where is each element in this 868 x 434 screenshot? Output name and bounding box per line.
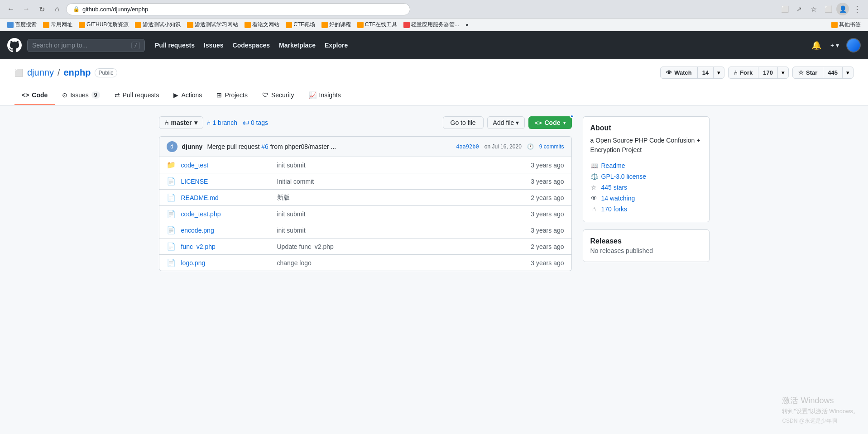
nav-explore[interactable]: Explore (320, 39, 352, 52)
file-area: ⑃ master ▾ ⑃ 1 branch 🏷 0 tags Go to fil… (159, 116, 572, 271)
tab-issues[interactable]: ⊙ Issues 9 (55, 86, 107, 105)
watch-dropdown-button[interactable]: ▾ (713, 67, 724, 78)
watch-button[interactable]: 👁 Watch (661, 67, 697, 78)
bookmark-light[interactable]: 轻量应用服务器管... (401, 20, 462, 29)
refresh-button[interactable]: ↻ (35, 3, 48, 15)
about-title: About (590, 124, 702, 132)
star-dropdown-button[interactable]: ▾ (842, 67, 853, 78)
address-bar[interactable]: 🔒 github.com/djunny/enphp (66, 3, 410, 15)
search-bar[interactable]: Search or jump to... / (27, 39, 145, 52)
bookmark-ctf2[interactable]: CTF在线工具 (355, 20, 400, 29)
watch-count-button[interactable]: 14 (697, 67, 713, 78)
nav-codespaces[interactable]: Codespaces (228, 39, 274, 52)
star-group: ☆ Star 445 ▾ (792, 67, 854, 79)
code-dropdown-icon: ▾ (563, 120, 566, 125)
forward-button[interactable]: → (20, 3, 33, 15)
file-name-link[interactable]: logo.png (181, 259, 272, 267)
star-button[interactable]: ☆ Star (793, 67, 823, 78)
profile-button[interactable]: 👤 (836, 3, 849, 15)
extensions-button[interactable]: ⬜ (822, 3, 834, 15)
bookmark-paper[interactable]: 看论文网站 (242, 20, 282, 29)
stars-link[interactable]: 445 stars (601, 184, 628, 191)
repo-slash: / (58, 67, 60, 78)
actions-tab-icon: ▶ (173, 91, 178, 99)
file-icon: 📄 (167, 177, 176, 186)
about-section: About a Open Source PHP Code Confusion +… (583, 116, 710, 222)
fork-count-button[interactable]: 170 (758, 67, 777, 78)
branch-selector[interactable]: ⑃ master ▾ (159, 116, 204, 129)
nav-marketplace[interactable]: Marketplace (274, 39, 320, 52)
commit-hash-link[interactable]: 4aa92b0 (456, 143, 479, 150)
repo-name-link[interactable]: enphp (64, 67, 91, 78)
repo-owner-link[interactable]: djunny (27, 67, 54, 78)
commits-count-link[interactable]: 9 commits (539, 143, 564, 150)
repo-title-row: ⬜ djunny / enphp Public 👁 Watch 14 ▾ ⑃ F… (14, 67, 854, 79)
github-logo[interactable] (7, 38, 22, 52)
nav-issues[interactable]: Issues (199, 39, 228, 52)
file-age: 3 years ago (531, 178, 564, 185)
file-row: 📁 code_test init submit 3 years ago (159, 157, 571, 173)
bookmark-course[interactable]: 好的课程 (319, 20, 354, 29)
home-button[interactable]: ⌂ (51, 3, 63, 15)
screenshot-button[interactable]: ⬜ (778, 3, 791, 15)
file-name-link[interactable]: code_test.php (181, 210, 272, 218)
bookmark-ctf1[interactable]: CTF靶场 (283, 20, 317, 29)
code-button-icon: <> (535, 119, 542, 126)
tab-insights[interactable]: 📈 Insights (302, 86, 348, 105)
goto-file-button[interactable]: Go to file (443, 116, 484, 129)
bookmark-other[interactable]: 其他书签 (829, 20, 863, 29)
avatar[interactable] (846, 38, 861, 52)
commit-message: Merge pull request #6 from phper08/maste… (207, 143, 336, 150)
file-name-link[interactable]: encode.png (181, 227, 272, 234)
search-kbd: / (131, 42, 140, 49)
branch-count-link[interactable]: ⑃ 1 branch (207, 119, 237, 126)
notifications-button[interactable]: 🔔 (810, 38, 823, 52)
tab-security[interactable]: 🛡 Security (255, 86, 302, 105)
bookmark-more[interactable]: » (463, 21, 471, 29)
share-button[interactable]: ↗ (793, 3, 806, 15)
readme-link[interactable]: Readme (601, 162, 625, 169)
file-age: 3 years ago (531, 210, 564, 218)
file-commit-msg: 新版 (277, 194, 526, 202)
commit-pr-link[interactable]: #6 (261, 143, 269, 150)
forks-icon: ⑃ (590, 205, 598, 213)
eye-icon: 👁 (666, 69, 672, 76)
new-button[interactable]: + ▾ (829, 40, 841, 51)
forks-link[interactable]: 170 forks (601, 205, 628, 213)
file-name-link[interactable]: README.md (181, 194, 272, 201)
code-button[interactable]: <> Code ▾ (528, 116, 571, 129)
license-link[interactable]: GPL-3.0 license (601, 173, 647, 180)
nav-pull-requests[interactable]: Pull requests (150, 39, 199, 52)
file-commit-msg: Initial commit (277, 178, 526, 185)
bookmark-button[interactable]: ☆ (807, 3, 820, 15)
back-button[interactable]: ← (5, 3, 17, 15)
commit-avatar: d (167, 141, 177, 152)
bookmark-baidu[interactable]: 百度搜索 (5, 20, 39, 29)
tab-projects[interactable]: ⊞ Projects (209, 86, 255, 105)
tab-actions[interactable]: ▶ Actions (166, 86, 209, 105)
file-name-link[interactable]: code_test (181, 162, 272, 169)
file-name-link[interactable]: LICENSE (181, 178, 272, 185)
releases-none-text: No releases published (590, 247, 702, 254)
bookmark-github[interactable]: GITHUB优质资源 (76, 20, 131, 29)
watch-group: 👁 Watch 14 ▾ (660, 67, 724, 79)
bookmark-common[interactable]: 常用网址 (40, 20, 75, 29)
about-meta-list: 📖 Readme ⚖️ GPL-3.0 license ☆ 445 stars … (590, 160, 702, 215)
star-count-button[interactable]: 445 (823, 67, 842, 78)
bookmark-pentest2[interactable]: 渗透测试学习网站 (184, 20, 241, 29)
tab-pull-requests[interactable]: ⇄ Pull requests (107, 86, 167, 105)
tab-code[interactable]: <> Code (14, 86, 55, 105)
about-stars: ☆ 445 stars (590, 182, 702, 193)
file-row: 📄 func_v2.php Update func_v2.php 2 years… (159, 238, 571, 255)
file-name-link[interactable]: func_v2.php (181, 243, 272, 250)
menu-button[interactable]: ⋮ (851, 3, 863, 15)
commit-author-name[interactable]: djunny (182, 143, 203, 150)
fork-button[interactable]: ⑃ Fork (729, 67, 758, 78)
fork-dropdown-button[interactable]: ▾ (777, 67, 788, 78)
watching-link[interactable]: 14 watching (601, 195, 635, 202)
tag-count-link[interactable]: 🏷 0 tags (243, 119, 268, 126)
bookmark-pentest1[interactable]: 渗透测试小知识 (132, 20, 183, 29)
file-row: 📄 encode.png init submit 3 years ago (159, 222, 571, 238)
releases-section: Releases No releases published (583, 229, 710, 262)
add-file-button[interactable]: Add file ▾ (487, 116, 525, 129)
